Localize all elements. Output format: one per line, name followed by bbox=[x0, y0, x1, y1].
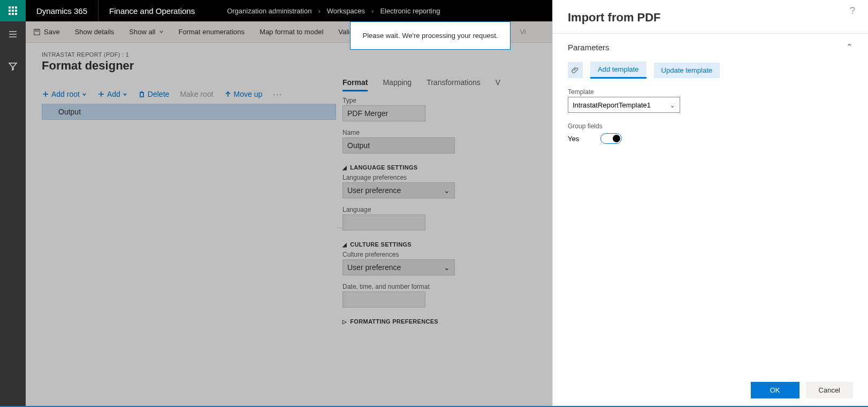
cancel-button[interactable]: Cancel bbox=[806, 382, 853, 398]
show-all-button[interactable]: Show all bbox=[121, 21, 171, 42]
format-tree-pane: Add root Add Delete Make root bbox=[42, 78, 336, 378]
panel-title: Import from PDF bbox=[568, 11, 853, 25]
funnel-icon bbox=[7, 61, 18, 72]
language-pref-select[interactable]: User preference ⌄ bbox=[342, 182, 455, 198]
parameters-label: Parameters bbox=[568, 43, 610, 52]
panel-footer: OK Cancel bbox=[553, 374, 868, 406]
import-from-pdf-panel: ? Import from PDF Parameters ⌃ Add templ… bbox=[552, 0, 868, 406]
collapse-icon: ◢ bbox=[342, 242, 347, 248]
format-enum-label: Format enumerations bbox=[179, 28, 245, 36]
chevron-down-icon: ⌄ bbox=[444, 186, 450, 195]
app-name-label: Finance and Operations bbox=[98, 0, 205, 21]
group-fields-value: Yes bbox=[568, 135, 579, 143]
chevron-up-icon: ⌃ bbox=[846, 42, 853, 52]
template-tab-row: Add template Update template bbox=[568, 62, 853, 79]
ok-button[interactable]: OK bbox=[751, 382, 800, 398]
template-select[interactable]: IntrastatReportTemplate1 ⌄ bbox=[568, 97, 680, 113]
pane-splitter[interactable]: ⋮ bbox=[336, 78, 342, 378]
add-root-button[interactable]: Add root bbox=[42, 90, 87, 98]
plus-icon bbox=[97, 90, 105, 98]
chevron-right-icon: › bbox=[371, 7, 374, 15]
save-icon bbox=[33, 28, 41, 36]
expand-icon: ▷ bbox=[342, 319, 347, 325]
delete-label: Delete bbox=[148, 90, 169, 98]
brand-label: Dynamics 365 bbox=[26, 6, 98, 16]
date-format-input[interactable] bbox=[342, 291, 425, 308]
language-input[interactable] bbox=[342, 214, 425, 231]
svg-rect-4 bbox=[34, 29, 40, 35]
svg-rect-5 bbox=[35, 29, 38, 31]
collapse-icon: ◢ bbox=[342, 165, 347, 171]
waffle-icon bbox=[9, 6, 17, 15]
tree-node-output[interactable]: Output bbox=[42, 104, 336, 120]
hamburger-icon bbox=[7, 29, 18, 40]
chevron-down-icon: ⌄ bbox=[669, 101, 675, 109]
tree-node-label: Output bbox=[58, 107, 81, 116]
toast-message: Please wait. We're processing your reque… bbox=[363, 32, 498, 40]
type-value: PDF Merger bbox=[342, 105, 425, 121]
save-label: Save bbox=[44, 28, 60, 36]
tab-transformations[interactable]: Transformations bbox=[427, 78, 481, 91]
vi-label: Vi bbox=[520, 28, 526, 36]
toggle-knob bbox=[613, 135, 620, 142]
template-label: Template bbox=[568, 88, 853, 96]
hamburger-menu-button[interactable] bbox=[7, 29, 18, 42]
map-format-label: Map format to model bbox=[260, 28, 323, 36]
left-nav-rail bbox=[0, 21, 26, 406]
arrow-up-icon bbox=[224, 90, 232, 98]
tab-mapping[interactable]: Mapping bbox=[383, 78, 412, 91]
template-value: IntrastatReportTemplate1 bbox=[573, 101, 651, 109]
tree-actions-row: Add root Add Delete Make root bbox=[42, 90, 336, 98]
move-up-button[interactable]: Move up bbox=[224, 90, 263, 98]
add-root-label: Add root bbox=[51, 90, 80, 98]
language-settings-label: LANGUAGE SETTINGS bbox=[350, 164, 417, 171]
chevron-down-icon bbox=[82, 92, 87, 97]
culture-pref-value: User preference bbox=[347, 263, 401, 272]
culture-pref-select[interactable]: User preference ⌄ bbox=[342, 259, 455, 275]
culture-settings-label: CULTURE SETTINGS bbox=[350, 241, 412, 248]
svg-marker-3 bbox=[9, 63, 17, 70]
name-input[interactable]: Output bbox=[342, 137, 455, 153]
processing-toast: Please wait. We're processing your reque… bbox=[350, 21, 511, 50]
vi-button[interactable]: Vi bbox=[512, 21, 533, 42]
show-details-button[interactable]: Show details bbox=[67, 21, 122, 42]
make-root-button: Make root bbox=[180, 90, 213, 98]
update-template-tab[interactable]: Update template bbox=[654, 63, 720, 78]
help-button[interactable]: ? bbox=[840, 5, 865, 17]
move-up-label: Move up bbox=[234, 90, 263, 98]
format-enumerations-button[interactable]: Format enumerations bbox=[171, 21, 253, 42]
app-launcher-button[interactable] bbox=[0, 0, 26, 21]
filter-button[interactable] bbox=[7, 61, 18, 74]
attachment-button[interactable] bbox=[568, 62, 583, 78]
paperclip-icon bbox=[572, 66, 579, 74]
svg-rect-10 bbox=[140, 93, 143, 97]
tab-v[interactable]: V bbox=[496, 78, 500, 91]
trash-icon bbox=[138, 90, 146, 98]
chevron-down-icon: ⌄ bbox=[444, 263, 450, 272]
save-button[interactable]: Save bbox=[26, 21, 67, 42]
chevron-right-icon: › bbox=[318, 7, 320, 15]
add-label: Add bbox=[107, 90, 120, 98]
breadcrumb-item[interactable]: Workspaces bbox=[327, 7, 365, 15]
breadcrumb-item[interactable]: Organization administration bbox=[227, 7, 311, 15]
show-all-label: Show all bbox=[129, 28, 155, 36]
show-details-label: Show details bbox=[75, 28, 115, 36]
group-fields-toggle[interactable] bbox=[600, 133, 622, 144]
group-fields-label: Group fields bbox=[568, 122, 853, 130]
chevron-down-icon bbox=[159, 29, 164, 34]
formatting-pref-label: FORMATTING PREFERENCES bbox=[350, 318, 438, 325]
tab-format[interactable]: Format bbox=[342, 78, 368, 91]
add-button[interactable]: Add bbox=[97, 90, 127, 98]
more-actions-button[interactable]: ··· bbox=[273, 90, 283, 98]
add-template-tab[interactable]: Add template bbox=[590, 62, 646, 79]
map-format-button[interactable]: Map format to model bbox=[252, 21, 331, 42]
parameters-section-header[interactable]: Parameters ⌃ bbox=[568, 42, 853, 52]
breadcrumb-item[interactable]: Electronic reporting bbox=[380, 7, 440, 15]
language-pref-value: User preference bbox=[347, 186, 401, 195]
delete-button[interactable]: Delete bbox=[138, 90, 169, 98]
chevron-down-icon bbox=[123, 92, 127, 97]
breadcrumb: Organization administration › Workspaces… bbox=[227, 7, 440, 15]
plus-icon bbox=[42, 90, 49, 98]
